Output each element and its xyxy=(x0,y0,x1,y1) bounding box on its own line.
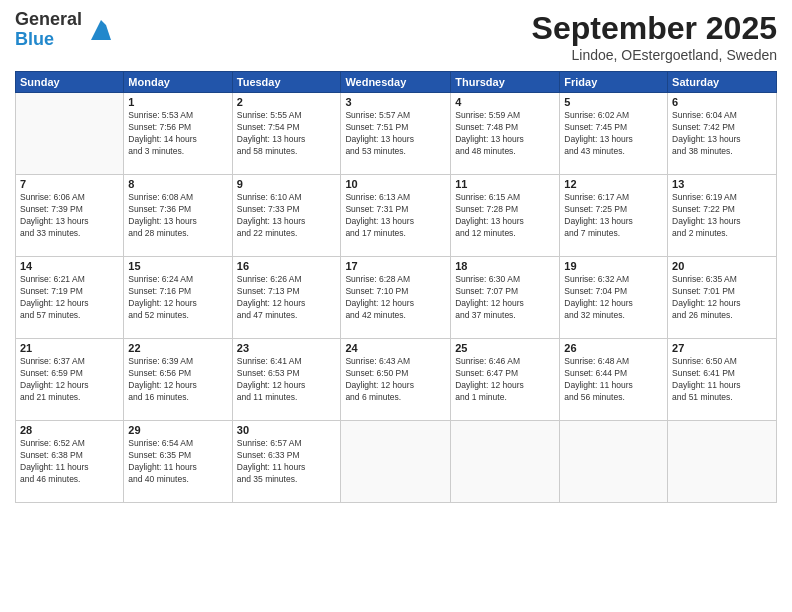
calendar-header-day: Thursday xyxy=(451,72,560,93)
day-info: Sunrise: 6:24 AM Sunset: 7:16 PM Dayligh… xyxy=(128,274,227,322)
calendar-cell: 29Sunrise: 6:54 AM Sunset: 6:35 PM Dayli… xyxy=(124,421,232,503)
title-block: September 2025 Lindoe, OEstergoetland, S… xyxy=(532,10,777,63)
day-number: 5 xyxy=(564,96,663,108)
calendar-week-row: 14Sunrise: 6:21 AM Sunset: 7:19 PM Dayli… xyxy=(16,257,777,339)
day-number: 25 xyxy=(455,342,555,354)
calendar-cell: 8Sunrise: 6:08 AM Sunset: 7:36 PM Daylig… xyxy=(124,175,232,257)
day-info: Sunrise: 6:04 AM Sunset: 7:42 PM Dayligh… xyxy=(672,110,772,158)
calendar-cell: 5Sunrise: 6:02 AM Sunset: 7:45 PM Daylig… xyxy=(560,93,668,175)
day-info: Sunrise: 6:08 AM Sunset: 7:36 PM Dayligh… xyxy=(128,192,227,240)
calendar-cell: 9Sunrise: 6:10 AM Sunset: 7:33 PM Daylig… xyxy=(232,175,341,257)
calendar-cell: 21Sunrise: 6:37 AM Sunset: 6:59 PM Dayli… xyxy=(16,339,124,421)
day-info: Sunrise: 6:54 AM Sunset: 6:35 PM Dayligh… xyxy=(128,438,227,486)
calendar-header-day: Saturday xyxy=(668,72,777,93)
day-info: Sunrise: 6:35 AM Sunset: 7:01 PM Dayligh… xyxy=(672,274,772,322)
day-number: 19 xyxy=(564,260,663,272)
month-title: September 2025 xyxy=(532,10,777,47)
calendar-cell xyxy=(451,421,560,503)
day-number: 11 xyxy=(455,178,555,190)
day-number: 22 xyxy=(128,342,227,354)
day-number: 8 xyxy=(128,178,227,190)
calendar-cell: 7Sunrise: 6:06 AM Sunset: 7:39 PM Daylig… xyxy=(16,175,124,257)
day-number: 7 xyxy=(20,178,119,190)
day-number: 10 xyxy=(345,178,446,190)
day-number: 9 xyxy=(237,178,337,190)
calendar-cell: 30Sunrise: 6:57 AM Sunset: 6:33 PM Dayli… xyxy=(232,421,341,503)
logo-text: General Blue xyxy=(15,10,82,50)
day-info: Sunrise: 6:30 AM Sunset: 7:07 PM Dayligh… xyxy=(455,274,555,322)
day-number: 1 xyxy=(128,96,227,108)
calendar-header-day: Wednesday xyxy=(341,72,451,93)
day-info: Sunrise: 6:46 AM Sunset: 6:47 PM Dayligh… xyxy=(455,356,555,404)
day-number: 24 xyxy=(345,342,446,354)
calendar-cell xyxy=(16,93,124,175)
day-number: 23 xyxy=(237,342,337,354)
day-number: 30 xyxy=(237,424,337,436)
day-info: Sunrise: 6:50 AM Sunset: 6:41 PM Dayligh… xyxy=(672,356,772,404)
day-info: Sunrise: 6:48 AM Sunset: 6:44 PM Dayligh… xyxy=(564,356,663,404)
day-info: Sunrise: 5:59 AM Sunset: 7:48 PM Dayligh… xyxy=(455,110,555,158)
calendar-table: SundayMondayTuesdayWednesdayThursdayFrid… xyxy=(15,71,777,503)
logo-icon xyxy=(86,15,116,45)
day-info: Sunrise: 6:26 AM Sunset: 7:13 PM Dayligh… xyxy=(237,274,337,322)
day-number: 27 xyxy=(672,342,772,354)
day-number: 26 xyxy=(564,342,663,354)
day-number: 29 xyxy=(128,424,227,436)
calendar-cell: 1Sunrise: 5:53 AM Sunset: 7:56 PM Daylig… xyxy=(124,93,232,175)
day-number: 20 xyxy=(672,260,772,272)
day-info: Sunrise: 6:57 AM Sunset: 6:33 PM Dayligh… xyxy=(237,438,337,486)
calendar-week-row: 21Sunrise: 6:37 AM Sunset: 6:59 PM Dayli… xyxy=(16,339,777,421)
day-number: 13 xyxy=(672,178,772,190)
calendar-cell: 14Sunrise: 6:21 AM Sunset: 7:19 PM Dayli… xyxy=(16,257,124,339)
calendar-cell: 12Sunrise: 6:17 AM Sunset: 7:25 PM Dayli… xyxy=(560,175,668,257)
day-info: Sunrise: 6:37 AM Sunset: 6:59 PM Dayligh… xyxy=(20,356,119,404)
day-info: Sunrise: 6:28 AM Sunset: 7:10 PM Dayligh… xyxy=(345,274,446,322)
day-info: Sunrise: 6:19 AM Sunset: 7:22 PM Dayligh… xyxy=(672,192,772,240)
calendar-week-row: 7Sunrise: 6:06 AM Sunset: 7:39 PM Daylig… xyxy=(16,175,777,257)
logo-line1: General xyxy=(15,10,82,30)
day-info: Sunrise: 5:57 AM Sunset: 7:51 PM Dayligh… xyxy=(345,110,446,158)
calendar-cell: 20Sunrise: 6:35 AM Sunset: 7:01 PM Dayli… xyxy=(668,257,777,339)
day-number: 21 xyxy=(20,342,119,354)
day-info: Sunrise: 6:10 AM Sunset: 7:33 PM Dayligh… xyxy=(237,192,337,240)
day-info: Sunrise: 6:17 AM Sunset: 7:25 PM Dayligh… xyxy=(564,192,663,240)
day-info: Sunrise: 6:32 AM Sunset: 7:04 PM Dayligh… xyxy=(564,274,663,322)
day-info: Sunrise: 6:39 AM Sunset: 6:56 PM Dayligh… xyxy=(128,356,227,404)
day-info: Sunrise: 6:02 AM Sunset: 7:45 PM Dayligh… xyxy=(564,110,663,158)
day-info: Sunrise: 6:21 AM Sunset: 7:19 PM Dayligh… xyxy=(20,274,119,322)
calendar-cell: 28Sunrise: 6:52 AM Sunset: 6:38 PM Dayli… xyxy=(16,421,124,503)
day-number: 18 xyxy=(455,260,555,272)
calendar-header-day: Friday xyxy=(560,72,668,93)
calendar-cell: 4Sunrise: 5:59 AM Sunset: 7:48 PM Daylig… xyxy=(451,93,560,175)
calendar-cell: 6Sunrise: 6:04 AM Sunset: 7:42 PM Daylig… xyxy=(668,93,777,175)
day-info: Sunrise: 6:41 AM Sunset: 6:53 PM Dayligh… xyxy=(237,356,337,404)
calendar-cell: 26Sunrise: 6:48 AM Sunset: 6:44 PM Dayli… xyxy=(560,339,668,421)
calendar-cell xyxy=(668,421,777,503)
day-info: Sunrise: 6:15 AM Sunset: 7:28 PM Dayligh… xyxy=(455,192,555,240)
calendar-header-day: Monday xyxy=(124,72,232,93)
day-info: Sunrise: 6:52 AM Sunset: 6:38 PM Dayligh… xyxy=(20,438,119,486)
day-number: 6 xyxy=(672,96,772,108)
calendar-cell: 2Sunrise: 5:55 AM Sunset: 7:54 PM Daylig… xyxy=(232,93,341,175)
calendar-cell: 24Sunrise: 6:43 AM Sunset: 6:50 PM Dayli… xyxy=(341,339,451,421)
day-number: 2 xyxy=(237,96,337,108)
day-info: Sunrise: 5:55 AM Sunset: 7:54 PM Dayligh… xyxy=(237,110,337,158)
calendar-week-row: 1Sunrise: 5:53 AM Sunset: 7:56 PM Daylig… xyxy=(16,93,777,175)
calendar-cell: 11Sunrise: 6:15 AM Sunset: 7:28 PM Dayli… xyxy=(451,175,560,257)
calendar-cell: 10Sunrise: 6:13 AM Sunset: 7:31 PM Dayli… xyxy=(341,175,451,257)
location: Lindoe, OEstergoetland, Sweden xyxy=(532,47,777,63)
calendar-week-row: 28Sunrise: 6:52 AM Sunset: 6:38 PM Dayli… xyxy=(16,421,777,503)
calendar-cell: 19Sunrise: 6:32 AM Sunset: 7:04 PM Dayli… xyxy=(560,257,668,339)
day-number: 4 xyxy=(455,96,555,108)
calendar-cell: 23Sunrise: 6:41 AM Sunset: 6:53 PM Dayli… xyxy=(232,339,341,421)
day-number: 14 xyxy=(20,260,119,272)
day-info: Sunrise: 6:43 AM Sunset: 6:50 PM Dayligh… xyxy=(345,356,446,404)
calendar-cell: 25Sunrise: 6:46 AM Sunset: 6:47 PM Dayli… xyxy=(451,339,560,421)
page: General Blue September 2025 Lindoe, OEst… xyxy=(0,0,792,612)
calendar-cell: 3Sunrise: 5:57 AM Sunset: 7:51 PM Daylig… xyxy=(341,93,451,175)
calendar-cell: 15Sunrise: 6:24 AM Sunset: 7:16 PM Dayli… xyxy=(124,257,232,339)
calendar-header-day: Sunday xyxy=(16,72,124,93)
calendar-cell: 13Sunrise: 6:19 AM Sunset: 7:22 PM Dayli… xyxy=(668,175,777,257)
day-info: Sunrise: 6:13 AM Sunset: 7:31 PM Dayligh… xyxy=(345,192,446,240)
day-number: 17 xyxy=(345,260,446,272)
